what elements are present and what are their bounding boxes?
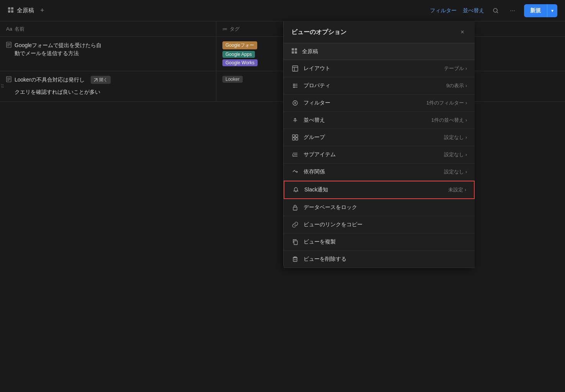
svg-rect-35	[296, 138, 298, 140]
option-dependency[interactable]: 依存関係 設定なし ›	[284, 163, 475, 181]
layout-icon	[291, 65, 299, 72]
tag-google-apps[interactable]: Google Apps	[222, 51, 255, 58]
svg-point-4	[493, 8, 497, 12]
tag-looker[interactable]: Looker	[222, 76, 243, 83]
filter-chevron: ›	[465, 100, 467, 106]
option-lock-db[interactable]: データベースをロック	[284, 199, 475, 216]
column-headers: Aa 名前 ≔ タグ	[0, 21, 565, 37]
svg-point-26	[294, 87, 295, 88]
new-button[interactable]: 新規	[524, 4, 547, 17]
slack-chevron: ›	[465, 187, 466, 193]
svg-rect-41	[294, 241, 297, 245]
layout-chevron: ›	[465, 66, 467, 71]
name-col-label: 名前	[15, 26, 24, 33]
duplicate-view-label: ビューを複製	[304, 238, 467, 245]
subitems-chevron: ›	[465, 152, 467, 157]
lock-icon	[291, 204, 299, 211]
new-button-group: 新規 ▾	[524, 4, 557, 17]
tag-google-forms[interactable]: Googleフォー	[222, 41, 257, 49]
panel-header: ビューのオプション ×	[284, 21, 475, 43]
grid-icon	[8, 7, 14, 14]
filter-icon	[291, 99, 299, 107]
subitems-value: 設定なし ›	[444, 151, 467, 158]
svg-rect-0	[8, 7, 10, 10]
dependency-label: 依存関係	[304, 168, 439, 175]
lock-db-label: データベースをロック	[304, 204, 467, 211]
option-subitems[interactable]: サブアイテム 設定なし ›	[284, 146, 475, 163]
svg-point-25	[294, 85, 295, 87]
tag-google-works[interactable]: Google Works	[222, 59, 258, 66]
copy-icon	[291, 238, 299, 246]
option-sort[interactable]: 並べ替え 1件の並べ替え ›	[284, 112, 475, 129]
panel-title: ビューのオプション	[291, 28, 346, 36]
option-delete-view[interactable]: ビューを削除する	[284, 251, 475, 268]
delete-view-label: ビューを削除する	[304, 256, 467, 263]
sort-value: 1件の並べ替え ›	[431, 117, 467, 124]
option-layout[interactable]: レイアウト テーブル ›	[284, 60, 475, 77]
filter-value-text: 1件のフィルター	[426, 100, 464, 106]
svg-rect-34	[292, 138, 295, 140]
svg-rect-2	[8, 10, 10, 13]
search-button[interactable]	[490, 5, 501, 16]
toolbar-left: 全原稿 +	[8, 6, 47, 15]
group-chevron: ›	[465, 135, 467, 140]
toolbar-right: フィルター 並べ替え ··· 新規 ▾	[430, 4, 557, 17]
copy-link-label: ビューのリンクをコピー	[304, 221, 467, 228]
col-header-name: Aa 名前	[0, 21, 216, 36]
drag-handle[interactable]: ⠿	[1, 84, 4, 89]
svg-line-5	[497, 12, 498, 13]
group-label: グループ	[304, 134, 439, 141]
toolbar: 全原稿 + フィルター 並べ替え ··· 新規 ▾	[0, 0, 565, 21]
bell-icon	[292, 186, 300, 194]
more-label: ···	[510, 7, 515, 14]
view-name-row[interactable]: 全原稿	[284, 43, 475, 60]
dependency-icon	[291, 168, 299, 176]
option-group[interactable]: グループ 設定なし ›	[284, 129, 475, 146]
table-row: Googleフォームで提出を受けたら自動でメールを送信する方法 Googleフォ…	[0, 37, 565, 71]
layout-label: レイアウト	[304, 65, 439, 72]
dependency-value-text: 設定なし	[444, 168, 464, 175]
row2-title: Lookerの不具合対応は発行し	[15, 76, 85, 84]
option-slack-notification[interactable]: Slack通知 未設定 ›	[284, 181, 475, 199]
table-container: Aa 名前 ≔ タグ Googleフォームで提出を受けたら自動でメールを送信する…	[0, 21, 565, 392]
cell-tags-1: Googleフォー Google Apps Google Works	[216, 37, 293, 71]
tags-col-label: タグ	[230, 26, 240, 33]
sort-value-text: 1件の並べ替え	[431, 117, 464, 124]
view-options-panel: ビューのオプション × 全原稿	[283, 21, 475, 268]
group-value: 設定なし ›	[444, 134, 467, 141]
slack-value: 未設定 ›	[448, 186, 466, 193]
col-header-tags: ≔ タグ	[216, 21, 293, 36]
view-title: 全原稿	[8, 7, 34, 14]
sort-chevron: ›	[465, 118, 467, 123]
panel-close-button[interactable]: ×	[458, 28, 467, 37]
row2-title-cont: クエリを確認すれば良いことが多い	[15, 88, 100, 96]
new-button-dropdown[interactable]: ▾	[547, 4, 557, 17]
option-filter[interactable]: フィルター 1件のフィルター ›	[284, 95, 475, 112]
option-copy-link[interactable]: ビューのリンクをコピー	[284, 216, 475, 234]
svg-rect-42	[293, 258, 297, 261]
filter-button[interactable]: フィルター	[430, 7, 457, 14]
option-properties[interactable]: プロパティ 9の表示 ›	[284, 77, 475, 95]
cell-name-2: Lookerの不具合対応は発行し 開く クエリを確認すれば良いことが多い	[0, 71, 216, 101]
properties-value: 9の表示 ›	[446, 82, 467, 89]
subitems-icon	[291, 151, 299, 158]
layout-value: テーブル ›	[444, 65, 467, 72]
svg-rect-15	[295, 48, 297, 51]
sort-icon	[291, 116, 299, 124]
group-icon	[291, 134, 299, 141]
more-button[interactable]: ···	[507, 5, 518, 16]
add-view-button[interactable]: +	[38, 6, 47, 15]
link-icon	[291, 221, 299, 229]
sort-button[interactable]: 並べ替え	[463, 7, 484, 14]
layout-value-text: テーブル	[444, 65, 464, 72]
svg-rect-32	[292, 135, 295, 137]
slack-label: Slack通知	[304, 186, 444, 193]
svg-rect-14	[292, 48, 294, 51]
view-row-grid-icon	[291, 48, 297, 55]
open-button[interactable]: 開く	[91, 76, 111, 84]
svg-rect-33	[296, 135, 298, 137]
option-duplicate-view[interactable]: ビューを複製	[284, 234, 475, 251]
properties-value-text: 9の表示	[446, 82, 464, 89]
filter-label: フィルター	[304, 100, 422, 106]
properties-label: プロパティ	[304, 82, 442, 89]
